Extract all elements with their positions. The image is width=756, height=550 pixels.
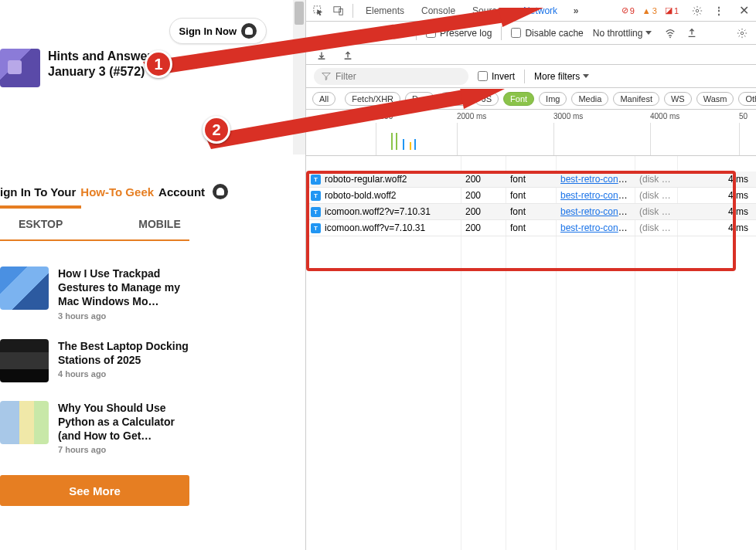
kebab-menu-icon[interactable]: ⋮ <box>713 5 725 17</box>
type-ws[interactable]: WS <box>664 92 692 106</box>
type-media[interactable]: Media <box>571 92 608 106</box>
preserve-log-label: Preserve log <box>440 28 492 39</box>
preserve-log-checkbox[interactable]: Preserve log <box>426 28 492 39</box>
filter-input[interactable]: Filter <box>314 68 468 85</box>
see-more-button[interactable]: See More <box>0 475 189 506</box>
type-font[interactable]: Font <box>503 92 534 106</box>
table-row[interactable]: Troboto-bold.woff2 200 font best-retro-c… <box>306 188 756 204</box>
har-toolbar <box>306 45 756 65</box>
svg-point-3 <box>696 9 699 12</box>
close-icon[interactable]: ✕ <box>737 5 750 17</box>
timeline-bar <box>391 133 393 150</box>
type-js[interactable]: JS <box>475 92 499 106</box>
cell-name: roboto-regular.woff2 <box>325 174 407 185</box>
import-har-icon[interactable] <box>342 49 354 61</box>
tab-sources[interactable]: Sources <box>468 5 511 16</box>
cell-size: (disk ca… <box>635 174 677 185</box>
upload-icon[interactable] <box>686 27 698 39</box>
type-doc[interactable]: Doc <box>405 92 434 106</box>
scrollbar-track[interactable] <box>293 0 305 154</box>
article-title: How I Use Trackpad Gestures to Manage my… <box>58 267 189 309</box>
article-thumbnail <box>0 267 49 310</box>
signin-text-post: Account <box>158 185 205 199</box>
file-icon: T <box>311 191 321 201</box>
svg-point-4 <box>670 36 672 38</box>
tab-mobile[interactable]: MOBILE <box>120 209 199 239</box>
cell-initiator[interactable]: best-retro-console <box>556 174 635 185</box>
issues-badge[interactable]: ◪1 <box>665 5 679 15</box>
gear-icon[interactable] <box>736 27 748 39</box>
export-har-icon[interactable] <box>315 49 328 61</box>
timeline-bar <box>396 133 397 150</box>
list-item[interactable]: The Best Laptop Docking Stations of 2025… <box>0 339 189 382</box>
divider <box>352 4 353 18</box>
type-fetchxhr[interactable]: Fetch/XHR <box>345 92 400 106</box>
tab-elements[interactable]: Elements <box>361 5 409 16</box>
sign-in-now-button[interactable]: Sign In Now <box>169 18 267 44</box>
chevron-down-icon <box>583 74 589 78</box>
hero-article[interactable]: Hints and Answers January 3 (#572) <box>0 49 158 87</box>
filter-placeholder: Filter <box>335 71 356 82</box>
preserve-log-input[interactable] <box>426 28 436 38</box>
signin-text-pre: ign In To Your <box>0 185 76 199</box>
more-filters-label: More filters <box>534 71 580 82</box>
table-row[interactable]: Ticomoon.woff2?v=7.10.31 200 font best-r… <box>306 204 756 220</box>
warning-badge[interactable]: ▲3 <box>642 6 657 15</box>
inspect-icon[interactable] <box>312 5 325 17</box>
disable-cache-input[interactable] <box>511 28 521 38</box>
timeline-tick: 1000 <box>376 112 393 121</box>
type-other[interactable]: Other <box>738 92 756 106</box>
type-img[interactable]: Img <box>539 92 567 106</box>
cell-size: (disk ca… <box>635 190 677 201</box>
sign-in-now-label: Sign In Now <box>179 25 237 37</box>
cell-initiator[interactable]: best-retro-console <box>556 190 635 201</box>
waterfall-overview[interactable]: 1000 2000 ms 3000 ms 4000 ms 50 <box>306 110 756 156</box>
scrollbar-thumb[interactable] <box>295 2 304 25</box>
wifi-icon[interactable] <box>664 27 676 39</box>
error-badge[interactable]: ⊘9 <box>621 5 635 15</box>
invert-input[interactable] <box>478 71 488 81</box>
article-title: The Best Laptop Docking Stations of 2025 <box>58 339 189 367</box>
invert-checkbox[interactable]: Invert <box>478 71 515 82</box>
table-row[interactable]: Ticomoon.woff?v=7.10.31 200 font best-re… <box>306 220 756 236</box>
cell-initiator[interactable]: best-retro-console <box>556 222 635 233</box>
disable-cache-checkbox[interactable]: Disable cache <box>511 28 583 39</box>
devtools-tab-bar: Elements Console Sources Network » ⊘9 ▲3… <box>306 0 756 22</box>
type-all[interactable]: All <box>312 92 335 106</box>
cell-time: 4 ms <box>717 206 756 217</box>
divider <box>524 70 525 83</box>
list-item[interactable]: Why You Should Use Python as a Calculato… <box>0 401 189 455</box>
cell-status: 200 <box>461 206 506 217</box>
more-tabs-icon[interactable]: » <box>570 5 582 17</box>
cell-initiator[interactable]: best-retro-console <box>556 206 635 217</box>
tab-network[interactable]: Network <box>519 5 562 16</box>
more-filters-select[interactable]: More filters <box>534 71 589 82</box>
sign-in-bar[interactable]: ign In To Your How-To Geek Account <box>0 178 305 205</box>
cell-status: 200 <box>461 190 506 201</box>
throttling-select[interactable]: No throttling <box>593 28 652 39</box>
list-item[interactable]: How I Use Trackpad Gestures to Manage my… <box>0 267 189 321</box>
cell-name: icomoon.woff?v=7.10.31 <box>325 222 425 233</box>
user-icon <box>241 23 257 39</box>
cell-status: 200 <box>461 174 506 185</box>
cell-name: roboto-bold.woff2 <box>325 190 397 201</box>
divider <box>501 26 502 40</box>
network-table: Troboto-regular.woff2 200 font best-retr… <box>306 156 756 550</box>
invert-label: Invert <box>492 71 515 82</box>
table-row[interactable]: Troboto-regular.woff2 200 font best-retr… <box>306 171 756 188</box>
cell-name: icomoon.woff2?v=7.10.31 <box>325 206 431 217</box>
type-css[interactable]: CSS <box>439 92 471 106</box>
filter-bar: Filter Invert More filters <box>306 65 756 88</box>
type-wasm[interactable]: Wasm <box>696 92 734 106</box>
timeline-tick: 3000 ms <box>553 112 583 121</box>
throttling-label: No throttling <box>593 28 643 39</box>
hero-thumbnail <box>0 49 40 87</box>
type-manifest[interactable]: Manifest <box>613 92 659 106</box>
tab-desktop[interactable]: ESKTOP <box>0 209 81 239</box>
chevron-down-icon <box>645 31 652 35</box>
tab-console[interactable]: Console <box>417 5 460 16</box>
device-toggle-icon[interactable] <box>332 5 345 17</box>
tab-bar: ESKTOP MOBILE <box>0 209 189 241</box>
cell-type: font <box>506 222 556 233</box>
gear-icon[interactable] <box>691 5 703 17</box>
